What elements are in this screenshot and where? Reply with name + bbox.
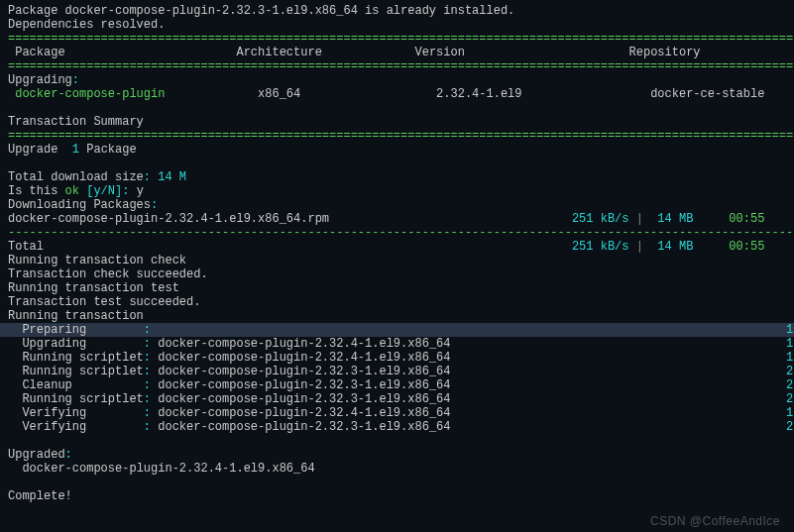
dl-speed: 251 kB/s [572, 212, 629, 226]
complete-row: Complete! [8, 489, 786, 503]
upgraded-pkg: docker-compose-plugin-2.32.4-1.el9.x86_6… [22, 462, 314, 476]
txn-run: Running transaction [8, 309, 786, 323]
pkg-arch: x86_64 [258, 87, 300, 101]
txn-summary-label: Transaction Summary [8, 115, 786, 129]
confirm-ok: ok [65, 184, 79, 198]
watermark: CSDN @CoffeeAndIce [650, 514, 780, 528]
upgraded-label: Upgraded [8, 448, 65, 462]
rpm-row: docker-compose-plugin-2.32.4-1.el9.x86_6… [8, 212, 786, 226]
pkg-version: 2.32.4-1.el9 [436, 87, 521, 101]
hdr-version: Version [415, 46, 465, 59]
hdr-package: Package [15, 46, 64, 59]
confirm-row: Is this ok [y/N]: y [8, 184, 786, 198]
txn-test-ok: Transaction test succeeded. [8, 295, 786, 309]
total-time: 00:55 [729, 240, 764, 254]
downloading-row: Downloading Packages: [8, 198, 786, 212]
separator-eq: ========================================… [8, 59, 786, 73]
blank [8, 101, 786, 115]
txn-check: Running transaction check [8, 254, 786, 267]
upgrade-label: Upgrade [8, 143, 57, 157]
confirm-yn: [y/N] [86, 184, 122, 198]
downloading-label: Downloading Packages [8, 198, 151, 212]
hdr-repo: Repository [629, 46, 701, 59]
dl-size-val: 14 M [158, 170, 186, 184]
blank [8, 157, 786, 170]
pkg-row: docker-compose-plugin x86_64 2.32.4-1.el… [8, 87, 786, 101]
hdr-arch: Architecture [236, 46, 321, 59]
txn-step-row: Running scriptlet: docker-compose-plugin… [8, 351, 786, 365]
upgraded-pkg-row: docker-compose-plugin-2.32.4-1.el9.x86_6… [8, 462, 786, 476]
txn-step-row: Cleanup : docker-compose-plugin-2.32.3-1… [8, 378, 786, 392]
confirm-answer[interactable]: y [137, 184, 144, 198]
dl-size: 14 MB [657, 212, 693, 226]
separator-eq: ========================================… [8, 32, 786, 46]
separator-eq: ========================================… [8, 129, 786, 143]
dl-size-row: Total download size: 14 M [8, 170, 786, 184]
txn-check-ok: Transaction check succeeded. [8, 267, 786, 281]
upgraded-section: Upgraded: [8, 448, 786, 462]
txn-step-row: Running scriptlet: docker-compose-plugin… [8, 392, 786, 406]
pkg-name: docker-compose-plugin [15, 87, 165, 101]
dl-size-label: Total download size [8, 170, 144, 184]
upgrade-unit: Package [86, 143, 136, 157]
total-row: Total 251 kB/s | 14 MB 00:55 [8, 240, 786, 254]
blank [8, 476, 786, 489]
upgrade-num: 1 [72, 143, 79, 157]
dl-time: 00:55 [729, 212, 764, 226]
deps-resolved-line: Dependencies resolved. [8, 18, 786, 32]
txn-step-row: Preparing : 1/1 [0, 323, 794, 337]
pkg-repo: docker-ce-stable [650, 87, 764, 101]
total-speed: 251 kB/s [572, 240, 629, 254]
already-installed-line: Package docker-compose-plugin-2.32.3-1.e… [8, 4, 786, 18]
total-label: Total [8, 240, 44, 254]
rpm-name: docker-compose-plugin-2.32.4-1.el9.x86_6… [8, 212, 329, 226]
txn-step-row: Running scriptlet: docker-compose-plugin… [8, 365, 786, 378]
step-list: Preparing : 1/1 Upgrading : docker-compo… [8, 323, 786, 434]
upgrade-count-row: Upgrade 1 Package [8, 143, 786, 157]
blank [8, 434, 786, 448]
table-header-row: Package Architecture Version Repository … [8, 46, 786, 59]
txn-step-row: Verifying : docker-compose-plugin-2.32.4… [8, 406, 786, 420]
upgrading-section: Upgrading: [8, 73, 786, 87]
confirm-pre: Is this [8, 184, 65, 198]
txn-step-row: Upgrading : docker-compose-plugin-2.32.4… [8, 337, 786, 351]
txn-step-row: Verifying : docker-compose-plugin-2.32.3… [8, 420, 786, 434]
separator-dash: ----------------------------------------… [8, 226, 786, 240]
txn-test: Running transaction test [8, 281, 786, 295]
total-size: 14 MB [657, 240, 693, 254]
upgrading-label: Upgrading [8, 73, 72, 87]
